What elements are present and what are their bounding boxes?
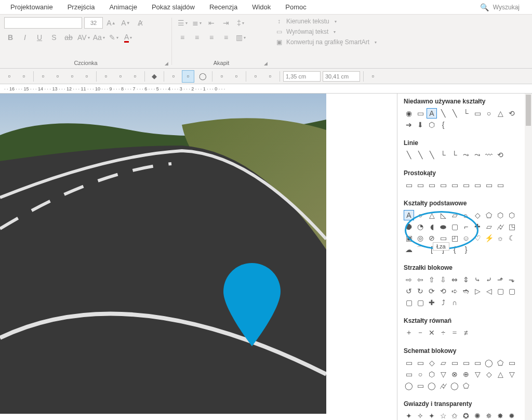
bold-button[interactable]: B — [4, 31, 17, 44]
st-9[interactable]: ✸ — [495, 411, 506, 420]
pin-shape[interactable] — [223, 263, 281, 346]
fc-12[interactable]: ○ — [415, 369, 425, 379]
shape-brace[interactable]: { — [438, 120, 448, 130]
tab-transitions[interactable]: Przejścia — [60, 1, 102, 13]
slide-canvas[interactable] — [0, 94, 397, 420]
shape-teardrop[interactable]: ◉ — [404, 108, 414, 119]
tb-8[interactable]: ▫ — [114, 70, 127, 83]
align-center-button[interactable]: ≡ — [191, 31, 203, 44]
font-color-button[interactable]: A — [122, 31, 135, 44]
basic-plus[interactable]: ✚ — [472, 221, 483, 232]
tab-animations[interactable]: Animacje — [102, 1, 144, 13]
tab-view[interactable]: Widok — [245, 1, 278, 13]
paragraph-launcher-icon[interactable]: ◢ — [264, 61, 268, 66]
basic-chord[interactable]: ◖ — [427, 221, 437, 232]
eq-eq[interactable]: ＝ — [449, 327, 460, 338]
ba-14[interactable]: ⟲ — [438, 286, 448, 296]
ba-8[interactable]: ⤶ — [484, 274, 494, 285]
shape-rect2[interactable]: ▭ — [472, 108, 483, 119]
st-1[interactable]: ✦ — [404, 411, 414, 420]
basic-para[interactable]: ▱ — [449, 210, 460, 220]
st-10[interactable]: ✹ — [507, 411, 517, 420]
fc-25[interactable]: ◯ — [449, 380, 460, 391]
shape-arrow-lr[interactable]: ⟲ — [507, 108, 517, 119]
basic-no[interactable]: ⊘ — [427, 233, 437, 243]
ba-2[interactable]: ⇦ — [415, 274, 425, 285]
basic-bolt[interactable]: ⚡ — [484, 233, 494, 243]
basic-rbrace[interactable]: } — [461, 244, 471, 255]
align-right-button[interactable]: ≡ — [205, 31, 218, 44]
basic-can[interactable]: ⌭ — [495, 221, 506, 232]
fc-4[interactable]: ▱ — [438, 358, 448, 368]
tb-11[interactable]: ▫ — [167, 70, 180, 83]
ba-3[interactable]: ⇧ — [427, 274, 437, 285]
basic-hex[interactable]: ⬡ — [495, 210, 506, 220]
fc-1[interactable]: ▭ — [404, 358, 414, 368]
tb-9[interactable]: ▫ — [129, 70, 141, 83]
ba-21[interactable]: ▢ — [404, 297, 414, 308]
tab-review[interactable]: Recenzja — [202, 1, 245, 13]
fc-18[interactable]: ◇ — [484, 369, 494, 379]
font-launcher-icon[interactable]: ◢ — [165, 61, 168, 66]
rect-9[interactable]: ▭ — [495, 180, 506, 190]
basic-tear[interactable]: ⬬ — [438, 221, 448, 232]
fc-17[interactable]: ▽ — [472, 369, 483, 379]
basic-oval[interactable]: ○ — [415, 210, 425, 220]
fc-15[interactable]: ⊗ — [449, 369, 460, 379]
align-left-button[interactable]: ≡ — [176, 31, 189, 44]
tb-12[interactable]: ▫ — [182, 70, 194, 83]
tb-1[interactable]: ▫ — [3, 70, 16, 83]
fc-24[interactable]: ⌭ — [438, 380, 448, 391]
basic-lframe[interactable]: ⌐ — [461, 221, 471, 232]
ba-11[interactable]: ↺ — [404, 286, 414, 296]
ba-18[interactable]: ◁ — [484, 286, 494, 296]
fc-20[interactable]: ▽ — [507, 369, 517, 379]
fc-19[interactable]: △ — [495, 369, 506, 379]
line-5[interactable]: └ — [449, 150, 460, 160]
eq-plus[interactable]: ＋ — [404, 327, 414, 338]
basic-frame[interactable]: ▢ — [449, 221, 460, 232]
basic-tri[interactable]: △ — [427, 210, 437, 220]
shape-arrow-r[interactable]: ➔ — [404, 120, 414, 130]
ba-25[interactable]: ∩ — [449, 297, 460, 308]
line-6[interactable]: ⤳ — [461, 150, 471, 160]
rect-4[interactable]: ▭ — [438, 180, 448, 190]
strikethrough-button[interactable]: ab — [62, 31, 75, 44]
font-size-input[interactable] — [84, 17, 103, 29]
basic-cube[interactable]: ◳ — [507, 221, 517, 232]
st-7[interactable]: ✺ — [472, 411, 483, 420]
tab-help[interactable]: Pomoc — [278, 1, 313, 13]
ba-4[interactable]: ⇩ — [438, 274, 448, 285]
basic-arc[interactable]: ⌒ — [415, 244, 425, 255]
ba-24[interactable]: ⤴ — [438, 297, 448, 308]
basic-donut[interactable]: ◎ — [415, 233, 425, 243]
fc-5[interactable]: ▭ — [449, 358, 460, 368]
fc-16[interactable]: ⊕ — [461, 369, 471, 379]
st-4[interactable]: ☆ — [438, 411, 448, 420]
rect-7[interactable]: ▭ — [472, 180, 483, 190]
shape-line[interactable]: ╲ — [438, 108, 448, 119]
ba-9[interactable]: ⬏ — [495, 274, 506, 285]
bullets-button[interactable]: ☰ — [176, 17, 189, 29]
increase-font-button[interactable]: A▲ — [105, 17, 117, 29]
fc-9[interactable]: ⬠ — [495, 358, 506, 368]
fc-13[interactable]: ⬡ — [427, 369, 437, 379]
basic-cloud[interactable]: ☁ — [404, 244, 414, 255]
tb-5[interactable]: ▫ — [66, 70, 78, 83]
basic-lbrace[interactable]: { — [449, 244, 460, 255]
ba-22[interactable]: ▢ — [415, 297, 425, 308]
basic-trap[interactable]: ⏢ — [461, 210, 471, 220]
shape-rect[interactable]: ▭ — [415, 108, 425, 119]
eq-minus[interactable]: － — [415, 327, 425, 338]
basic-bevel[interactable]: ▣ — [404, 233, 414, 243]
fc-14[interactable]: ▽ — [438, 369, 448, 379]
ba-7[interactable]: ⤷ — [472, 274, 483, 285]
fc-2[interactable]: ▭ — [415, 358, 425, 368]
text-direction-button[interactable]: ↕Kierunek tekstu▾ — [275, 17, 528, 26]
ba-16[interactable]: ➬ — [461, 286, 471, 296]
eq-neq[interactable]: ≠ — [461, 327, 471, 338]
width-input[interactable]: 1,35 cm — [283, 71, 321, 82]
tb-2[interactable]: ▫ — [18, 70, 30, 83]
rect-2[interactable]: ▭ — [415, 180, 425, 190]
search-box[interactable]: 🔍 Wyszukaj — [480, 3, 532, 11]
